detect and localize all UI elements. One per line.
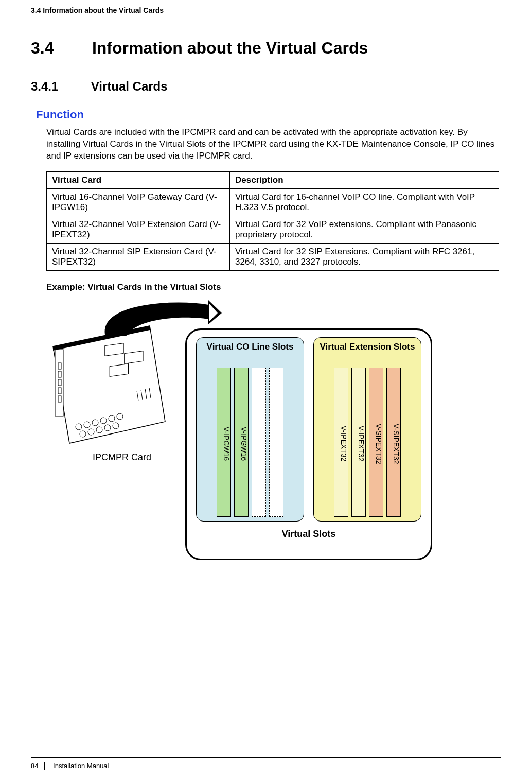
vcard-ipgw16: V-IPGW16 (234, 368, 249, 517)
header-divider (31, 18, 501, 18)
virtual-slots-caption: Virtual Slots (194, 529, 423, 540)
svg-point-23 (113, 423, 119, 429)
svg-point-14 (84, 422, 90, 428)
table-header-card: Virtual Card (47, 171, 230, 188)
table-row: Virtual 32-Channel VoIP Extension Card (… (47, 216, 499, 243)
ipcmpr-label: IPCMPR Card (93, 452, 151, 463)
doc-title: Installation Manual (53, 762, 109, 770)
virtual-cards-table: Virtual Card Description Virtual 16-Chan… (46, 171, 499, 271)
table-header-desc: Description (230, 171, 499, 188)
svg-point-18 (117, 413, 123, 420)
svg-line-25 (141, 390, 143, 400)
svg-rect-4 (105, 343, 123, 356)
table-cell-desc: Virtual Card for 16-channel VoIP CO line… (230, 188, 499, 216)
section-number: 3.4 (31, 39, 87, 58)
vcard-ipgw16: V-IPGW16 (217, 368, 231, 517)
vcard-empty-slot (269, 368, 283, 517)
svg-point-17 (109, 415, 115, 422)
subsection-title: Virtual Cards (91, 79, 168, 93)
table-cell-card: Virtual 32-Channel VoIP Extension Card (… (47, 216, 230, 243)
virtual-slots-panel: Virtual CO Line Slots V-IPGW16 V-IPGW16 … (185, 328, 432, 560)
vcard-ipext32: V-IPEXT32 (351, 368, 366, 517)
svg-point-20 (88, 429, 94, 435)
vcard-sipext32: V-SIPEXT32 (386, 368, 401, 517)
table-cell-card: Virtual 16-Channel VoIP Gateway Card (V-… (47, 188, 230, 216)
svg-rect-7 (55, 350, 63, 416)
ext-slots-title: Virtual Extension Slots (318, 342, 417, 363)
svg-line-26 (145, 389, 147, 399)
function-heading: Function (36, 108, 501, 121)
section-title: Information about the Virtual Cards (92, 39, 368, 57)
virtual-co-line-slots: Virtual CO Line Slots V-IPGW16 V-IPGW16 (196, 337, 304, 522)
table-cell-card: Virtual 32-Channel SIP Extension Card (V… (47, 243, 230, 270)
vcard-ipext32: V-IPEXT32 (334, 368, 348, 517)
svg-point-16 (100, 418, 107, 424)
vcard-sipext32: V-SIPEXT32 (369, 368, 383, 517)
footer-divider (31, 757, 501, 758)
svg-line-27 (149, 388, 151, 398)
svg-point-15 (92, 420, 98, 426)
example-heading: Example: Virtual Cards in the Virtual Sl… (46, 282, 501, 292)
vcard-empty-slot (252, 368, 266, 517)
svg-rect-6 (110, 363, 128, 376)
ipcmpr-card-illustration (46, 323, 176, 448)
svg-point-13 (76, 424, 82, 430)
virtual-slots-diagram: IPCMPR Card Virtual CO Line Slots V-IPGW… (46, 308, 437, 570)
svg-point-19 (80, 431, 86, 437)
page-number: 84 (31, 762, 45, 770)
page-footer: 84 Installation Manual (31, 757, 501, 770)
virtual-extension-slots: Virtual Extension Slots V-IPEXT32 V-IPEX… (313, 337, 421, 522)
svg-point-21 (96, 427, 102, 433)
running-header: 3.4 Information about the Virtual Cards (31, 0, 501, 14)
table-cell-desc: Virtual Card for 32 VoIP extensions. Com… (230, 216, 499, 243)
table-row: Virtual 16-Channel VoIP Gateway Card (V-… (47, 188, 499, 216)
table-cell-desc: Virtual Card for 32 SIP Extensions. Comp… (230, 243, 499, 270)
intro-paragraph: Virtual Cards are included with the IPCM… (46, 127, 501, 162)
co-slots-title: Virtual CO Line Slots (201, 342, 299, 363)
section-heading: 3.4 Information about the Virtual Cards (31, 39, 501, 58)
svg-line-24 (137, 391, 138, 401)
svg-marker-3 (53, 326, 150, 351)
subsection-heading: 3.4.1 Virtual Cards (31, 79, 501, 94)
svg-rect-5 (125, 351, 143, 363)
subsection-number: 3.4.1 (31, 79, 87, 94)
svg-point-22 (104, 425, 111, 431)
table-row: Virtual 32-Channel SIP Extension Card (V… (47, 243, 499, 270)
